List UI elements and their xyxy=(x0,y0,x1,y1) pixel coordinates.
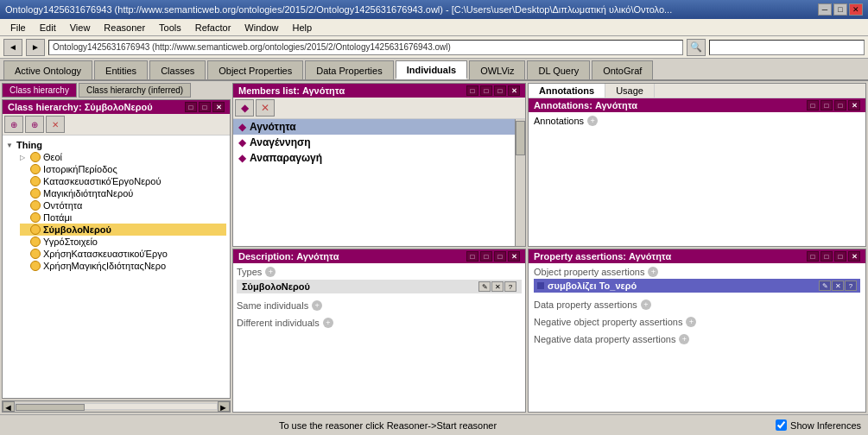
desc-icon-2[interactable]: □ xyxy=(480,251,492,262)
tab-active-ontology[interactable]: Active Ontology xyxy=(3,60,92,79)
remove-class-button[interactable]: ✕ xyxy=(46,116,65,133)
tree-item-kataskevastiko[interactable]: ΚατασκευαστικόΈργοΝερού xyxy=(20,175,226,187)
menu-edit[interactable]: Edit xyxy=(33,21,63,35)
prop-del-btn[interactable]: ✕ xyxy=(832,281,844,291)
tab-classes[interactable]: Classes xyxy=(149,60,206,79)
minimize-button[interactable]: ─ xyxy=(818,3,832,16)
different-add-btn[interactable]: + xyxy=(323,318,333,328)
ann-icon-4[interactable]: ✕ xyxy=(848,100,860,110)
search-input[interactable] xyxy=(709,40,865,55)
menu-window[interactable]: Window xyxy=(238,21,285,35)
annotations-add-btn[interactable]: + xyxy=(587,116,598,126)
desc-icon-3[interactable]: □ xyxy=(494,251,506,262)
tab-entities[interactable]: Entities xyxy=(94,60,148,79)
show-inferences-checkbox[interactable] xyxy=(776,419,787,431)
tab-class-hierarchy-inferred[interactable]: Class hierarchy (inferred) xyxy=(79,83,191,98)
types-del-btn[interactable]: ✕ xyxy=(491,281,504,292)
address-input[interactable] xyxy=(48,40,683,55)
desc-icon-4[interactable]: ✕ xyxy=(508,251,520,262)
back-button[interactable]: ◄ xyxy=(3,39,22,56)
add-subclass-button[interactable]: ⊕ xyxy=(4,116,23,133)
menu-view[interactable]: View xyxy=(63,21,98,35)
members-icon-4[interactable]: ✕ xyxy=(508,85,520,96)
search-icon[interactable]: 🔍 xyxy=(687,39,706,56)
tree-item-istoriki[interactable]: ΙστορικήΠερίοδος xyxy=(20,163,226,175)
neg-object-property-section: Negative object property assertions + xyxy=(534,317,860,327)
tree-children: ▷ Θεοί ΙστορικήΠερίοδος ΚατασκευαστικόΈρ… xyxy=(6,151,226,272)
scroll-right-btn[interactable]: ► xyxy=(218,401,230,412)
same-add-btn[interactable]: + xyxy=(312,300,322,311)
tree-item-ygro[interactable]: ΥγρόΣτοιχείο xyxy=(20,236,226,248)
member-anaparagogi[interactable]: ◆ Αναπαραγωγή xyxy=(233,150,515,166)
tree-item-theoi[interactable]: ▷ Θεοί xyxy=(20,151,226,163)
scroll-left-btn[interactable]: ◄ xyxy=(3,401,15,412)
neg-object-property-add-btn[interactable]: + xyxy=(686,317,696,327)
tab-owlviz[interactable]: OWLViz xyxy=(469,60,525,79)
tab-annotations[interactable]: Annotations xyxy=(529,84,605,98)
tree-item-xrisi-mag[interactable]: ΧρήσηΜαγικήςΙδιότηταςΝερο xyxy=(20,260,226,272)
member-anagennisi[interactable]: ◆ Αναγέννηση xyxy=(233,135,515,150)
types-add-btn[interactable]: + xyxy=(265,267,276,277)
data-property-add-btn[interactable]: + xyxy=(641,299,651,310)
member-agnotita[interactable]: ◆ Αγνότητα xyxy=(233,119,515,135)
members-scroll-thumb[interactable] xyxy=(516,121,525,155)
header-icon-1[interactable]: □ xyxy=(185,102,197,112)
members-add-btn[interactable]: ◆ xyxy=(235,99,254,117)
member-icon-agnotita: ◆ xyxy=(238,121,246,133)
tree-item-ontotita[interactable]: Οντότητα xyxy=(20,199,226,211)
tree-item-thing[interactable]: ▼ Thing xyxy=(6,139,226,151)
tree-icon-magiki xyxy=(30,188,41,199)
annotations-label: Annotations xyxy=(534,116,584,126)
tab-ontograf[interactable]: OntoGraf xyxy=(592,60,653,79)
neg-data-property-add-btn[interactable]: + xyxy=(679,334,689,344)
types-edit-btn[interactable]: ✎ xyxy=(478,281,491,292)
prop-edit-btn[interactable]: ✎ xyxy=(819,281,831,291)
ann-icon-3[interactable]: □ xyxy=(834,100,846,110)
prop-icon-4[interactable]: ✕ xyxy=(848,251,860,262)
annotations-panel: Annotations Usage Annotations: Αγνότητα … xyxy=(528,83,866,247)
members-remove-btn[interactable]: ✕ xyxy=(256,99,275,117)
left-scrollbar[interactable]: ◄ ► xyxy=(2,400,231,413)
forward-button[interactable]: ► xyxy=(26,39,45,56)
prop-icon-2[interactable]: □ xyxy=(820,251,833,262)
tree-icon-potami xyxy=(30,212,41,223)
prop-info-btn[interactable]: ? xyxy=(845,281,857,291)
header-icon-3[interactable]: ✕ xyxy=(212,102,225,112)
tab-class-hierarchy[interactable]: Class hierarchy xyxy=(2,83,77,98)
menu-file[interactable]: File xyxy=(3,21,33,35)
property-content: Object property assertions + συμβολίζει … xyxy=(529,263,865,412)
members-icon-2[interactable]: □ xyxy=(480,85,492,96)
tab-individuals[interactable]: Individuals xyxy=(396,60,467,79)
close-button[interactable]: ✕ xyxy=(849,3,863,16)
types-info-btn[interactable]: ? xyxy=(504,281,516,292)
object-property-add-btn[interactable]: + xyxy=(648,267,658,277)
tree-item-potami[interactable]: Ποτάμι xyxy=(20,211,226,224)
prop-icon-3[interactable]: □ xyxy=(834,251,846,262)
tree-item-magiki[interactable]: ΜαγικήιδιότηταΝερού xyxy=(20,187,226,199)
ann-icon-2[interactable]: □ xyxy=(820,100,833,110)
menu-tools[interactable]: Tools xyxy=(152,21,188,35)
tab-object-properties[interactable]: Object Properties xyxy=(207,60,303,79)
tree-item-xrisi-kat[interactable]: ΧρήσηΚατασκευαστικούΈργο xyxy=(20,248,226,260)
tab-data-properties[interactable]: Data Properties xyxy=(305,60,393,79)
property-assertions-panel: Property assertions: Αγνότητα □ □ □ ✕ Ob… xyxy=(528,249,866,413)
menu-reasoner[interactable]: Reasoner xyxy=(97,21,152,35)
members-scrollbar[interactable] xyxy=(515,119,525,246)
tab-usage[interactable]: Usage xyxy=(605,84,655,98)
maximize-button[interactable]: □ xyxy=(833,3,847,16)
header-icon-2[interactable]: □ xyxy=(199,102,211,112)
desc-icon-1[interactable]: □ xyxy=(466,251,478,262)
members-icon-3[interactable]: □ xyxy=(494,85,506,96)
scroll-thumb-h[interactable] xyxy=(16,404,85,411)
menu-refactor[interactable]: Refactor xyxy=(188,21,238,35)
tree-item-simbolo[interactable]: ΣύμβολοΝερού xyxy=(20,224,226,236)
add-sibling-button[interactable]: ⊕ xyxy=(25,116,44,133)
ann-icon-1[interactable]: □ xyxy=(807,100,819,110)
prop-icon-1[interactable]: □ xyxy=(807,251,819,262)
tab-dl-query[interactable]: DL Query xyxy=(527,60,590,79)
prop-value-btns: ✎ ✕ ? xyxy=(819,281,857,291)
members-icon-1[interactable]: □ xyxy=(466,85,478,96)
data-property-label: Data property assertions + xyxy=(534,299,860,310)
menu-help[interactable]: Help xyxy=(285,21,319,35)
status-text: To use the reasoner click Reasoner->Star… xyxy=(7,420,769,431)
